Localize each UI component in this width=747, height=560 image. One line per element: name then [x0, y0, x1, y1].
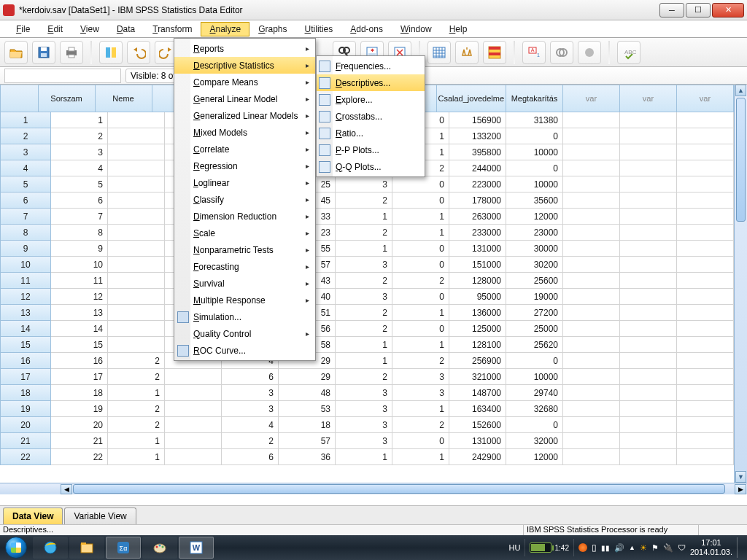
cell[interactable]: [563, 192, 620, 209]
cell[interactable]: [620, 401, 677, 417]
cell[interactable]: 13: [51, 305, 108, 321]
scroll-down-button[interactable]: ▼: [735, 471, 746, 483]
cell[interactable]: 3: [222, 385, 279, 401]
submenu-item-ratio-[interactable]: Ratio...: [317, 125, 425, 141]
cell[interactable]: 31380: [506, 112, 563, 128]
cell[interactable]: 30000: [506, 241, 563, 257]
cell[interactable]: [563, 289, 620, 305]
menu-item-nonparametric-tests[interactable]: Nonparametric Tests▸: [174, 241, 315, 258]
menu-window[interactable]: Window: [392, 22, 441, 36]
lang-indicator[interactable]: HU: [509, 543, 521, 552]
undo-button[interactable]: [127, 41, 150, 64]
submenu-item-q-q-plots-[interactable]: Q-Q Plots...: [317, 158, 425, 175]
row-header[interactable]: 6: [0, 192, 51, 209]
submenu-item-frequencies-[interactable]: Frequencies...: [317, 58, 425, 74]
cell[interactable]: 32680: [506, 401, 563, 417]
cell[interactable]: 0: [392, 192, 449, 209]
scroll-right-button[interactable]: ▶: [735, 484, 746, 494]
menu-item-simulation-[interactable]: Simulation...: [174, 308, 315, 325]
menu-item-compare-means[interactable]: Compare Means▸: [174, 74, 315, 90]
cell[interactable]: 223000: [449, 176, 506, 192]
cell[interactable]: [620, 257, 677, 273]
tray-shield-icon[interactable]: 🛡: [678, 543, 686, 552]
column-header[interactable]: var: [620, 85, 677, 112]
cell[interactable]: 10: [51, 257, 108, 273]
cell[interactable]: [677, 417, 734, 433]
cell[interactable]: [620, 353, 677, 369]
cell[interactable]: [620, 449, 677, 465]
cell[interactable]: 178000: [449, 192, 506, 209]
cell[interactable]: [677, 337, 734, 353]
cell[interactable]: [108, 273, 165, 289]
cell[interactable]: 18: [51, 385, 108, 401]
cell[interactable]: 2: [108, 401, 165, 417]
spellcheck-button[interactable]: ABC: [617, 41, 640, 64]
menu-item-roc-curve-[interactable]: ROC Curve...: [174, 342, 315, 359]
submenu-item-descriptives-[interactable]: Descriptives...: [317, 74, 425, 91]
cell[interactable]: 30200: [506, 257, 563, 273]
cell[interactable]: 2: [108, 353, 165, 369]
cell[interactable]: [620, 209, 677, 225]
cell[interactable]: 2: [392, 353, 449, 369]
taskbar-paint[interactable]: [142, 537, 177, 559]
cell[interactable]: 18: [279, 417, 336, 433]
menu-data[interactable]: Data: [108, 22, 144, 36]
column-header[interactable]: var: [563, 85, 620, 112]
menu-file[interactable]: File: [7, 22, 39, 36]
cell[interactable]: 10000: [506, 176, 563, 192]
menu-transform[interactable]: Transform: [144, 22, 201, 36]
close-button[interactable]: ✕: [712, 3, 744, 18]
cell[interactable]: 57: [279, 433, 336, 449]
cell[interactable]: 2: [392, 273, 449, 289]
row-header[interactable]: 3: [0, 144, 51, 160]
analyze-menu[interactable]: Reports▸Descriptive Statistics▸Compare M…: [174, 38, 316, 361]
menu-item-mixed-models[interactable]: Mixed Models▸: [174, 124, 315, 141]
cell[interactable]: [563, 401, 620, 417]
cell[interactable]: 5: [51, 176, 108, 192]
menu-add-ons[interactable]: Add-ons: [341, 22, 392, 36]
row-header[interactable]: 2: [0, 128, 51, 144]
cell[interactable]: [620, 289, 677, 305]
cell[interactable]: [563, 112, 620, 128]
tab-variable-view[interactable]: Variable View: [64, 508, 136, 524]
menu-item-classify[interactable]: Classify▸: [174, 191, 315, 208]
cell[interactable]: [677, 369, 734, 385]
descriptive-statistics-submenu[interactable]: Frequencies...Descriptives...Explore...C…: [316, 55, 425, 177]
cell[interactable]: 131000: [449, 241, 506, 257]
row-header[interactable]: 12: [0, 289, 51, 305]
cell[interactable]: [677, 289, 734, 305]
weight-button[interactable]: [455, 41, 479, 64]
menu-utilities[interactable]: Utilities: [296, 22, 342, 36]
cell[interactable]: 7: [51, 209, 108, 225]
cell[interactable]: 19: [51, 401, 108, 417]
cell[interactable]: 21: [51, 433, 108, 449]
cell[interactable]: [677, 192, 734, 209]
cell[interactable]: [620, 321, 677, 337]
menu-analyze[interactable]: Analyze: [201, 22, 249, 36]
menu-item-dimension-reduction[interactable]: Dimension Reduction▸: [174, 208, 315, 225]
cell[interactable]: 11: [51, 273, 108, 289]
cell[interactable]: [563, 257, 620, 273]
cell[interactable]: 25600: [506, 273, 563, 289]
cell[interactable]: 2: [222, 433, 279, 449]
tray-device-icon[interactable]: ▯: [592, 542, 597, 553]
cell[interactable]: [108, 257, 165, 273]
row-header[interactable]: 1: [0, 112, 51, 128]
cell[interactable]: [108, 176, 165, 192]
menu-item-quality-control[interactable]: Quality Control▸: [174, 325, 315, 342]
row-header[interactable]: 16: [0, 353, 51, 369]
cell[interactable]: 128100: [449, 337, 506, 353]
cell[interactable]: 29: [279, 369, 336, 385]
taskbar[interactable]: Σα W HU 1:42 ▯ ▮▮ 🔊 ▲ ☀ ⚑ 🔌 🛡 17:01 2014…: [0, 535, 747, 560]
cell[interactable]: 0: [392, 321, 449, 337]
taskbar-spss[interactable]: Σα: [106, 537, 141, 559]
cell[interactable]: 152600: [449, 417, 506, 433]
tray-plug-icon[interactable]: 🔌: [663, 543, 673, 553]
row-header[interactable]: 20: [0, 417, 51, 433]
menu-item-scale[interactable]: Scale▸: [174, 225, 315, 241]
cell[interactable]: [108, 305, 165, 321]
cell[interactable]: [108, 337, 165, 353]
minimize-button[interactable]: ─: [659, 3, 684, 18]
tab-data-view[interactable]: Data View: [3, 508, 63, 524]
cell[interactable]: 3: [392, 385, 449, 401]
